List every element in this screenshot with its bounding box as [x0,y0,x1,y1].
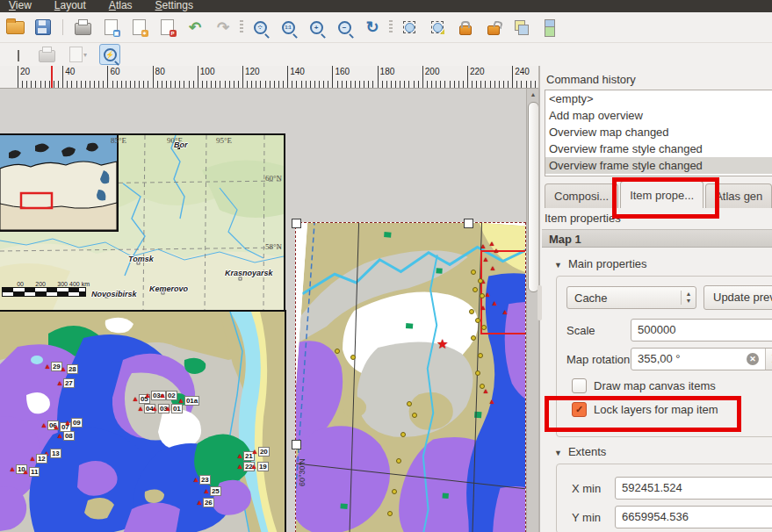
collapse-triangle-icon: ▼ [554,261,562,270]
point-marker [396,458,401,464]
triangle-marker: ▲ [480,243,487,250]
select-move-item-icon[interactable] [398,16,421,39]
history-item[interactable]: Overview frame style changed [545,140,772,157]
group-items-icon[interactable]: ▾ [510,16,533,39]
selection-handle-top-left[interactable] [292,219,301,228]
update-preview-button[interactable]: Update preview [703,285,772,310]
map-item-map1[interactable]: 60°30'N ★ ▲▲▲▲▲▲▲▲▲▲▲▲ [295,222,526,532]
menu-settings[interactable]: Settings [155,0,193,12]
toolbar-grip [389,20,393,34]
city-label: Krasnoyarsk [225,269,273,277]
preview-atlas-icon[interactable]: ⚡ [98,43,121,66]
ruler-label: 220 [470,67,485,76]
export-as-pdf-icon[interactable]: P [155,16,178,39]
open-project-icon[interactable] [4,16,26,39]
point-marker [480,384,485,389]
section-extents[interactable]: ▼Extents [554,445,606,458]
history-item[interactable]: <empty> [545,90,772,107]
map-rotation-label: Map rotation [566,353,630,366]
ruler-label: 100 [200,67,215,76]
zoom-out-icon[interactable]: − [333,16,356,39]
map-rotation-spinbox[interactable]: 355,00 ° ✕ ▲▼ [631,348,772,370]
point-marker [471,335,476,341]
x-min-input[interactable]: 592451.524 [615,477,772,500]
zoom-full-icon[interactable]: ⁘ [249,16,271,39]
tab-composition[interactable]: Composi... [545,183,618,208]
history-item[interactable]: Add map overview [545,107,772,124]
triangle-marker: ▲ [480,305,487,312]
scalebar-label: 400 km [68,281,90,287]
ruler-position-marker [51,66,53,88]
spinbox-arrows-icon[interactable]: ▲▼ [765,349,772,370]
point-marker [387,511,393,516]
point-marker [350,355,356,360]
draw-map-canvas-items-checkbox[interactable]: ✓ [572,378,587,393]
refresh-view-icon[interactable]: ↻ [361,16,384,39]
triangle-marker: ▲ [501,309,509,316]
menu-layout[interactable]: Layout [54,0,86,12]
undo-icon[interactable]: ↶ [184,16,206,39]
ruler-label: 200 [425,67,440,76]
triangle-marker: ▲ [482,256,489,263]
menu-atlas[interactable]: Atlas [109,0,133,12]
history-item[interactable]: Overview map changed [545,124,772,140]
clear-value-icon[interactable]: ✕ [747,353,759,365]
item-name-header: Map 1 [542,229,772,248]
map-item-geology[interactable]: ▲29▲28▲27▲05▲03a▲02▲04▲03▲01▲01a▲06▲07▲0… [0,310,286,532]
selection-handle-left-middle[interactable] [292,440,301,449]
sample-point-marker: ▲11 [22,464,40,479]
panel-scrollbar[interactable] [538,285,542,320]
horizontal-ruler: 20406080100120140160180200220240 [0,66,538,89]
annotation-box-lock-layers [545,396,741,432]
section-main-properties[interactable]: ▼Main properties [554,257,647,270]
grid-latitude-label: 60°N [265,174,282,183]
ruler-label: 80 [155,67,165,76]
zoom-in-icon[interactable]: + [305,16,328,39]
toolbar-separator [62,19,63,35]
ruler-label: 20 [20,67,30,76]
scale-input[interactable]: 500000 [631,319,772,341]
scalebar-label: 300 [46,281,68,287]
save-project-icon[interactable] [32,16,54,39]
lock-items-icon[interactable] [454,16,477,39]
item-properties-panel: Command history <empty> Add map overview… [540,66,772,532]
atlas-last-feature-icon[interactable] [4,43,26,66]
sample-point-marker: ▲26 [196,494,214,510]
city-label: Kemerovo [149,284,188,293]
selection-handle-top-middle[interactable] [464,219,473,228]
point-marker [469,309,474,314]
composition-canvas[interactable]: 85°E90°E95°E60°N58°NBorTomskNovosibirskK… [0,89,538,532]
cache-mode-dropdown[interactable]: Cache ▲▼ [566,286,696,309]
unlock-items-icon[interactable] [482,16,505,39]
command-history-list[interactable]: <empty> Add map overview Overview map ch… [545,90,772,176]
export-atlas-icon[interactable]: ▾ [67,43,90,66]
point-marker [478,353,483,358]
point-marker [412,413,417,418]
print-icon[interactable] [71,16,94,39]
y-min-input[interactable]: 6659954.536 [615,506,772,528]
redo-icon[interactable]: ↷ [212,16,234,39]
export-as-svg-icon[interactable]: ✶ [127,16,150,39]
triangle-marker: ▲ [489,265,496,272]
main-toolbar: ▣ ✶ P ↶ ↷ ⁘ 1:1 + − ↻ ▾ ▾ [0,12,772,43]
ruler-label: 240 [515,67,530,76]
zoom-actual-size-icon[interactable]: 1:1 [277,16,299,39]
ruler-label: 40 [65,67,75,76]
triangle-marker: ▲ [488,399,495,406]
scale-label: Scale [566,324,595,337]
export-as-image-icon[interactable]: ▣ [99,16,122,39]
map1-latitude-label: 60°30'N [298,458,307,486]
map-item-overview[interactable]: 85°E90°E95°E60°N58°NBorTomskNovosibirskK… [0,133,285,312]
grid-latitude-label: 58°N [265,242,282,251]
raise-items-icon[interactable]: ▾ [538,16,561,39]
annotation-box-item-properties-tab [612,177,719,219]
point-marker [335,349,340,354]
scroll-up-arrow[interactable]: ▲ [527,89,539,101]
print-atlas-icon[interactable] [35,43,58,66]
item-properties-label: Item properties [545,212,621,225]
point-marker [480,293,485,298]
history-item-selected[interactable]: Overview frame style changed [545,157,772,174]
menu-view[interactable]: View [9,0,32,12]
draw-map-canvas-items-row: ✓ Draw map canvas items [572,378,716,393]
move-item-content-icon[interactable] [426,16,449,39]
